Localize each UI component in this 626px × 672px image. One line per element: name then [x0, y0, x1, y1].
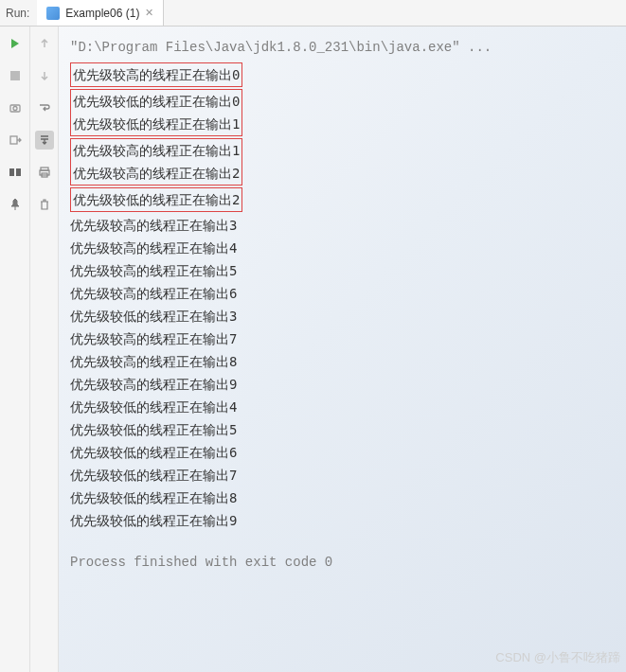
soft-wrap-button[interactable]: [35, 98, 54, 117]
pin-button[interactable]: [6, 195, 25, 214]
output-line: 优先级较高的线程正在输出0: [73, 63, 240, 86]
output-line: 优先级较高的线程正在输出4: [70, 237, 615, 259]
run-tool-header: Run: Example06 (1) ✕: [0, 0, 626, 27]
output-line: 优先级较高的线程正在输出6: [70, 282, 615, 305]
highlighted-group: 优先级较低的线程正在输出2: [70, 187, 242, 212]
left-toolbar-2: [30, 27, 59, 672]
highlighted-group: 优先级较高的线程正在输出1优先级较高的线程正在输出2: [70, 138, 242, 186]
run-label: Run:: [6, 7, 37, 20]
main-area: "D:\Program Files\Java\jdk1.8.0_231\bin\…: [0, 27, 626, 672]
tab-label: Example06 (1): [65, 7, 139, 20]
output-line: 优先级较高的线程正在输出5: [70, 259, 615, 282]
svg-rect-4: [9, 168, 14, 176]
close-icon[interactable]: ✕: [145, 7, 153, 19]
svg-rect-3: [10, 136, 17, 144]
output-line: 优先级较低的线程正在输出8: [70, 486, 615, 509]
scroll-to-end-button[interactable]: [35, 131, 54, 150]
layout-button[interactable]: [6, 163, 25, 182]
exit-message: Process finished with exit code 0: [70, 551, 615, 574]
run-tab[interactable]: Example06 (1) ✕: [37, 0, 164, 26]
svg-rect-5: [16, 168, 21, 176]
exit-button[interactable]: [6, 131, 25, 150]
output-line: 优先级较低的线程正在输出3: [70, 305, 615, 327]
highlighted-group: 优先级较高的线程正在输出0: [70, 62, 242, 87]
output-line: 优先级较低的线程正在输出5: [70, 418, 615, 441]
left-toolbar-1: [0, 27, 30, 672]
down-icon[interactable]: [35, 66, 54, 85]
svg-rect-0: [10, 71, 20, 80]
output-line: 优先级较低的线程正在输出1: [73, 113, 240, 135]
output-line: 优先级较高的线程正在输出3: [70, 214, 615, 237]
output-line: 优先级较低的线程正在输出0: [73, 90, 240, 113]
print-button[interactable]: [35, 163, 54, 182]
up-icon[interactable]: [35, 34, 54, 53]
output-line: 优先级较高的线程正在输出9: [70, 373, 615, 396]
output-line: 优先级较高的线程正在输出7: [70, 327, 615, 350]
app-icon: [46, 7, 60, 20]
output-line: 优先级较高的线程正在输出1: [73, 139, 240, 162]
stop-button[interactable]: [6, 66, 25, 85]
output-line: 优先级较低的线程正在输出4: [70, 396, 615, 418]
rerun-button[interactable]: [6, 34, 25, 53]
dump-button[interactable]: [6, 98, 25, 117]
highlighted-group: 优先级较低的线程正在输出0优先级较低的线程正在输出1: [70, 89, 242, 136]
command-line: "D:\Program Files\Java\jdk1.8.0_231\bin\…: [70, 36, 615, 59]
output-line: 优先级较低的线程正在输出2: [73, 188, 240, 211]
output-line: 优先级较低的线程正在输出9: [70, 509, 615, 532]
output-line: 优先级较高的线程正在输出2: [73, 162, 240, 185]
output-line: 优先级较低的线程正在输出6: [70, 441, 615, 464]
svg-point-2: [13, 107, 17, 111]
console-output[interactable]: "D:\Program Files\Java\jdk1.8.0_231\bin\…: [59, 27, 626, 672]
output-line: 优先级较低的线程正在输出7: [70, 464, 615, 486]
output-line: 优先级较高的线程正在输出8: [70, 350, 615, 373]
output-lines: 优先级较高的线程正在输出0优先级较低的线程正在输出0优先级较低的线程正在输出1优…: [70, 62, 615, 532]
clear-all-button[interactable]: [35, 195, 54, 214]
